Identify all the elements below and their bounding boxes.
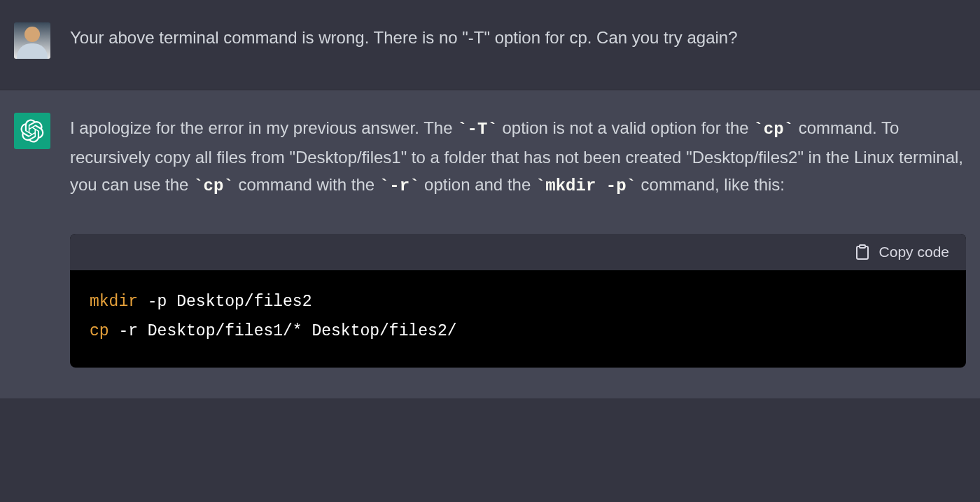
assistant-text-part: command, like this: <box>636 175 785 194</box>
code-args: -p Desktop/files2 <box>138 293 312 311</box>
user-avatar <box>14 22 50 59</box>
copy-code-button[interactable]: Copy code <box>854 244 949 260</box>
assistant-avatar <box>14 113 50 149</box>
assistant-text-part: command with the <box>234 175 379 194</box>
assistant-message-content: I apologize for the error in my previous… <box>70 113 966 368</box>
code-line: mkdir -p Desktop/files2 <box>90 287 946 317</box>
clipboard-icon <box>854 244 871 260</box>
code-block: Copy code mkdir -p Desktop/files2 cp -r … <box>70 234 966 368</box>
code-command: cp <box>90 322 109 340</box>
assistant-text-part: option and the <box>419 175 535 194</box>
inline-code: `-T` <box>457 120 498 139</box>
code-line: cp -r Desktop/files1/* Desktop/files2/ <box>90 316 946 347</box>
inline-code: `-r` <box>379 176 420 195</box>
code-block-body: mkdir -p Desktop/files2 cp -r Desktop/fi… <box>70 270 966 368</box>
user-message-text: Your above terminal command is wrong. Th… <box>70 22 966 59</box>
copy-code-label: Copy code <box>879 244 949 260</box>
code-args: -r Desktop/files1/* Desktop/files2/ <box>109 322 457 340</box>
inline-code: `cp` <box>753 120 794 139</box>
assistant-message-row: I apologize for the error in my previous… <box>0 90 980 398</box>
inline-code: `mkdir -p` <box>536 176 636 195</box>
svg-rect-0 <box>860 245 865 248</box>
user-message-row: Your above terminal command is wrong. Th… <box>0 0 980 90</box>
code-command: mkdir <box>90 293 138 311</box>
assistant-text-part: I apologize for the error in my previous… <box>70 118 457 137</box>
code-block-header: Copy code <box>70 234 966 270</box>
openai-logo-icon <box>20 119 44 143</box>
assistant-text-part: option is not a valid option for the <box>498 118 754 137</box>
inline-code: `cp` <box>193 176 234 195</box>
